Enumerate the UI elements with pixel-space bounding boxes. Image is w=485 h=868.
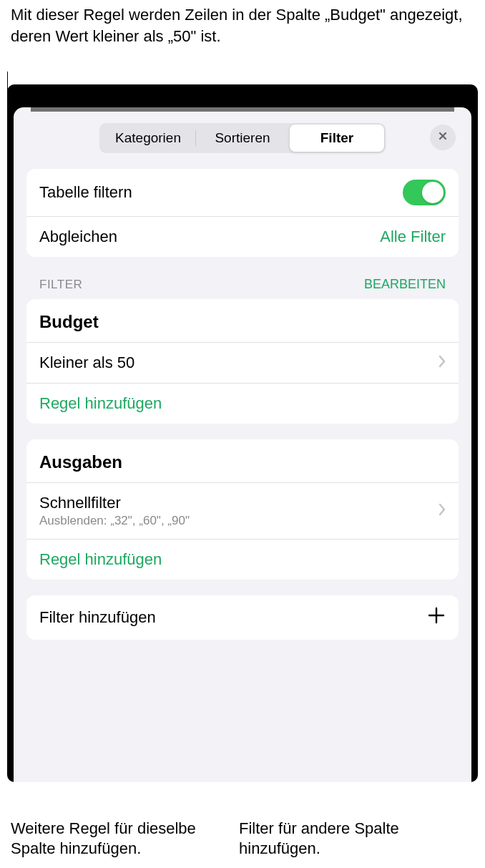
tab-filter[interactable]: Filter	[290, 125, 384, 152]
chevron-right-icon	[439, 353, 446, 372]
filter-list-title: FILTER	[39, 278, 82, 292]
match-label: Abgleichen	[39, 228, 117, 246]
filter-group-ausgaben: Ausgaben Schnellfilter Ausblenden: „32",…	[26, 439, 459, 580]
sheet-header: Kategorien Sortieren Filter	[14, 107, 471, 162]
rule-subtext: Ausblenden: „32", „60", „90"	[39, 514, 190, 528]
group-title-ausgaben: Ausgaben	[26, 439, 459, 482]
add-filter-row[interactable]: Filter hinzufügen	[26, 595, 459, 640]
match-value[interactable]: Alle Filter	[380, 228, 446, 246]
add-rule-label: Regel hinzufügen	[39, 550, 162, 569]
match-row[interactable]: Abgleichen Alle Filter	[26, 216, 459, 257]
add-rule-ausgaben[interactable]: Regel hinzufügen	[26, 539, 459, 580]
filter-options-section: Tabelle filtern Abgleichen Alle Filter	[26, 169, 459, 257]
bottom-annotations: Weitere Regel für dieselbe Spalte hinzuf…	[0, 813, 485, 868]
segmented-control[interactable]: Kategorien Sortieren Filter	[99, 123, 386, 153]
annotation-bottom-right: Filter für andere Spalte hinzufügen.	[233, 819, 474, 859]
rule-title: Schnellfilter	[39, 494, 190, 512]
rule-col: Schnellfilter Ausblenden: „32", „60", „9…	[39, 494, 190, 528]
add-filter-label: Filter hinzufügen	[39, 608, 156, 627]
edit-button[interactable]: BEARBEITEN	[364, 277, 446, 292]
group-title-budget: Budget	[26, 299, 459, 342]
rule-row-budget[interactable]: Kleiner als 50	[26, 342, 459, 383]
filter-sheet: Kategorien Sortieren Filter Tabelle filt…	[14, 107, 471, 782]
filter-table-label: Tabelle filtern	[39, 183, 132, 202]
add-rule-budget[interactable]: Regel hinzufügen	[26, 383, 459, 424]
close-icon	[437, 130, 449, 145]
filter-list-header: FILTER BEARBEITEN	[39, 277, 446, 292]
add-rule-label: Regel hinzufügen	[39, 394, 162, 413]
filter-group-budget: Budget Kleiner als 50 Regel hinzufügen	[26, 299, 459, 424]
plus-icon	[427, 606, 446, 629]
annotation-top: Mit dieser Regel werden Zeilen in der Sp…	[0, 0, 485, 59]
annotation-bottom-left: Weitere Regel für dieselbe Spalte hinzuf…	[11, 819, 233, 859]
rule-row-ausgaben[interactable]: Schnellfilter Ausblenden: „32", „60", „9…	[26, 482, 459, 539]
add-filter-section: Filter hinzufügen	[26, 595, 459, 640]
filter-table-row[interactable]: Tabelle filtern	[26, 169, 459, 216]
chevron-right-icon	[439, 502, 446, 520]
filter-table-toggle[interactable]	[403, 180, 446, 205]
rule-text: Kleiner als 50	[39, 353, 134, 372]
tab-categories[interactable]: Kategorien	[101, 125, 195, 152]
close-button[interactable]	[430, 125, 456, 150]
device-frame: Kategorien Sortieren Filter Tabelle filt…	[7, 84, 478, 782]
tab-sort[interactable]: Sortieren	[195, 125, 290, 152]
